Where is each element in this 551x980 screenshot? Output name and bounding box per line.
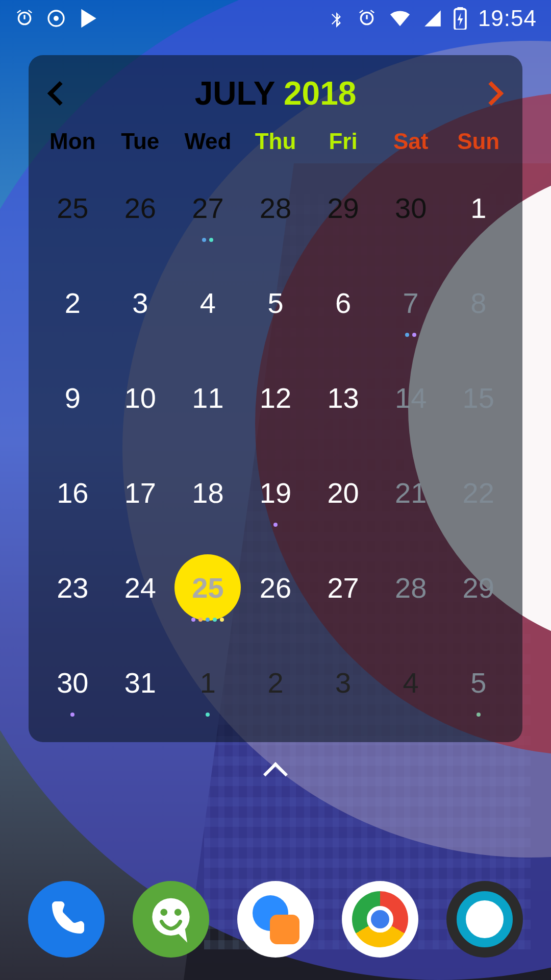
prev-month-button[interactable]	[51, 85, 68, 102]
messages-app[interactable]	[133, 881, 209, 958]
day-number: 18	[192, 476, 223, 509]
calendar-day[interactable]: 22	[444, 445, 512, 540]
day-number: 4	[403, 666, 419, 699]
chrome-icon	[352, 891, 408, 947]
calendar-day[interactable]: 18	[174, 445, 242, 540]
next-month-button[interactable]	[483, 85, 500, 102]
calendar-day[interactable]: 17	[107, 445, 174, 540]
calendar-day[interactable]: 30	[39, 635, 107, 730]
day-number: 21	[395, 476, 427, 509]
calendar-day[interactable]: 9	[39, 350, 107, 445]
weekday-label: Mon	[39, 129, 107, 154]
day-number: 30	[57, 666, 88, 699]
day-number: 28	[395, 571, 427, 604]
calendar-day[interactable]: 1	[444, 160, 512, 255]
calendar-day[interactable]: 24	[107, 540, 174, 635]
event-dots	[477, 713, 481, 717]
day-number: 12	[260, 381, 291, 414]
day-number: 10	[124, 381, 156, 414]
calendar-day[interactable]: 5	[444, 635, 512, 730]
phone-icon	[45, 898, 88, 941]
calendar-day[interactable]: 4	[174, 255, 242, 350]
calendar-day[interactable]: 6	[309, 255, 377, 350]
calendar-day[interactable]: 23	[39, 540, 107, 635]
calendar-day[interactable]: 28	[242, 160, 310, 255]
calendar-day[interactable]: 28	[377, 540, 445, 635]
calendar-day[interactable]: 12	[242, 350, 310, 445]
calendar-day[interactable]: 1	[174, 635, 242, 730]
calendar-day[interactable]: 29	[444, 540, 512, 635]
calendar-day[interactable]: 20	[309, 445, 377, 540]
event-dots	[70, 713, 74, 717]
calendar-day[interactable]: 25	[39, 160, 107, 255]
wifi-icon	[388, 7, 412, 30]
day-number: 20	[327, 476, 359, 509]
calendar-day[interactable]: 2	[39, 255, 107, 350]
day-number: 29	[327, 191, 359, 225]
calendar-day[interactable]: 2	[242, 635, 310, 730]
calendar-day[interactable]: 5	[242, 255, 310, 350]
app-drawer-handle[interactable]	[267, 766, 284, 783]
calendar-day[interactable]: 19	[242, 445, 310, 540]
calendar-day[interactable]: 4	[377, 635, 445, 730]
calendar-day[interactable]: 13	[309, 350, 377, 445]
calendar-day[interactable]: 27	[174, 160, 242, 255]
weekday-label: Sat	[377, 129, 445, 154]
day-number: 25	[57, 191, 88, 225]
calendar-day[interactable]: 25	[174, 540, 242, 635]
calendar-day[interactable]: 3	[309, 635, 377, 730]
calendar-day[interactable]: 8	[444, 255, 512, 350]
day-number: 29	[463, 571, 494, 604]
svg-point-5	[160, 909, 167, 916]
day-number: 22	[463, 476, 494, 509]
day-number: 27	[327, 571, 359, 604]
calendar-year: 2018	[284, 75, 356, 112]
calendar-day[interactable]: 29	[309, 160, 377, 255]
status-bar[interactable]: 19:54	[0, 0, 551, 37]
chevron-left-icon	[47, 81, 72, 106]
weekday-label: Sun	[444, 129, 512, 154]
event-dots	[202, 238, 213, 242]
svg-point-1	[54, 16, 59, 21]
calendar-grid: 2526272829301234567891011121314151617181…	[39, 160, 512, 730]
duo-app[interactable]	[237, 881, 314, 958]
calendar-title[interactable]: JULY 2018	[195, 75, 357, 112]
calendar-day[interactable]: 21	[377, 445, 445, 540]
phone-app[interactable]	[28, 881, 105, 958]
day-number: 30	[395, 191, 427, 225]
alarm-icon	[357, 8, 377, 29]
weekday-header: MonTueWedThuFriSatSun	[39, 129, 512, 154]
weekday-label: Tue	[107, 129, 174, 154]
calendar-day[interactable]: 26	[242, 540, 310, 635]
day-number: 8	[470, 286, 486, 320]
calendar-day[interactable]: 14	[377, 350, 445, 445]
day-number: 31	[124, 666, 156, 699]
cell-signal-icon	[423, 9, 442, 28]
battery-charging-icon	[454, 7, 467, 30]
calendar-day[interactable]: 30	[377, 160, 445, 255]
browser-app[interactable]	[446, 881, 523, 958]
calendar-day[interactable]: 27	[309, 540, 377, 635]
calendar-widget[interactable]: JULY 2018 MonTueWedThuFriSatSun 25262728…	[29, 55, 522, 742]
calendar-day[interactable]: 11	[174, 350, 242, 445]
calendar-day[interactable]: 10	[107, 350, 174, 445]
day-number: 1	[200, 666, 216, 699]
calendar-day[interactable]: 7	[377, 255, 445, 350]
day-number: 3	[132, 286, 148, 320]
day-number: 16	[57, 476, 88, 509]
calendar-day[interactable]: 26	[107, 160, 174, 255]
calendar-day[interactable]: 31	[107, 635, 174, 730]
calendar-day[interactable]: 3	[107, 255, 174, 350]
chevron-up-icon	[263, 762, 288, 787]
weekday-label: Wed	[174, 129, 242, 154]
day-number: 25	[192, 571, 223, 604]
target-icon	[46, 8, 66, 29]
day-number: 2	[267, 666, 283, 699]
day-number: 17	[124, 476, 156, 509]
calendar-day[interactable]: 16	[39, 445, 107, 540]
chrome-app[interactable]	[342, 881, 418, 958]
day-number: 4	[200, 286, 216, 320]
duo-shape2-icon	[270, 915, 299, 944]
day-number: 7	[403, 286, 419, 320]
calendar-day[interactable]: 15	[444, 350, 512, 445]
